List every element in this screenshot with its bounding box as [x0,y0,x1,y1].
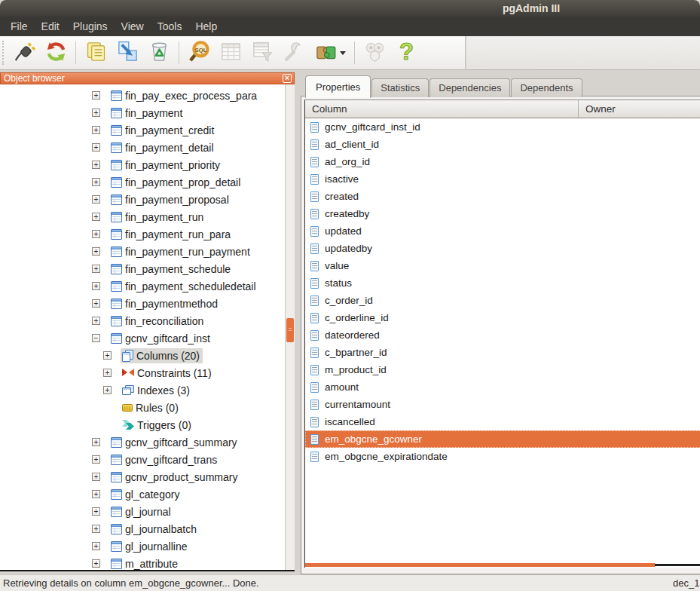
tree-item-fin-payment-run[interactable]: +fin_payment_run [0,208,295,225]
tree-item-content[interactable]: fin_payment_detail [109,140,217,155]
expand-icon[interactable]: + [92,161,100,169]
column-row-status[interactable]: status [305,274,700,292]
tab-statistics[interactable]: Statistics [371,78,429,97]
tab-dependents[interactable]: Dependents [511,78,582,97]
column-row-em_obgcne_expirationdate[interactable]: em_obgcne_expirationdate [305,448,700,465]
toolbar-grip-handle[interactable] [2,41,4,65]
tree-item-fin-payment-run-para[interactable]: +fin_payment_run_para [0,225,295,243]
tree-item-columns-20[interactable]: +Columns (20) [0,347,295,364]
column-row-c_bpartner_id[interactable]: c_bpartner_id [305,344,700,361]
tree-item-fin-payment-proposal[interactable]: +fin_payment_proposal [0,191,295,208]
list-header-column[interactable]: Column [305,100,579,118]
list-header-owner[interactable]: Owner [579,100,700,118]
tree-item-gl-category[interactable]: +gl_category [0,485,295,503]
hscroll-thumb[interactable] [305,563,655,567]
tree-item-content[interactable]: fin_payment_scheduledetail [109,279,259,294]
expand-icon[interactable]: + [92,507,100,516]
menu-edit[interactable]: Edit [35,17,66,35]
column-row-c_order_id[interactable]: c_order_id [305,292,700,309]
tree-item-content[interactable]: gcnv_product_summary [109,470,240,485]
tree-item-content[interactable]: fin_payment_run_para [109,227,234,242]
tree-item-content[interactable]: fin_payment_run_payment [109,244,253,259]
view-data-button[interactable] [215,38,246,68]
close-icon[interactable]: × [283,74,292,83]
tree-item-fin-payment[interactable]: +fin_payment [0,104,295,121]
tree-item-fin-pay-exec-process-para[interactable]: +fin_pay_exec_process_para [0,87,295,104]
column-row-updatedby[interactable]: updatedby [305,240,700,257]
help-button[interactable]: ? [390,38,422,68]
sql-window-button[interactable] [112,38,143,68]
list-horizontal-scrollbar[interactable] [305,563,700,568]
expand-icon[interactable]: + [92,490,100,498]
expand-icon[interactable]: + [92,230,100,238]
expand-icon[interactable]: + [92,126,100,134]
tree-item-fin-payment-prop-detail[interactable]: +fin_payment_prop_detail [0,173,295,191]
menu-help[interactable]: Help [188,17,224,35]
column-row-currentamount[interactable]: currentamount [305,396,700,413]
connect-button[interactable] [8,38,40,68]
tree-item-content[interactable]: fin_pay_exec_process_para [109,88,260,103]
expand-icon[interactable]: + [92,455,100,464]
tree-item-content[interactable]: fin_payment [109,106,185,121]
menu-view[interactable]: View [115,17,151,35]
expand-icon[interactable]: + [103,351,112,360]
menu-tools[interactable]: Tools [151,17,189,35]
titlebar[interactable]: pgAdmin III [0,0,700,17]
tree-item-content[interactable]: fin_payment_proposal [109,192,232,207]
tree-item-content[interactable]: fin_paymentmethod [109,296,221,311]
column-row-em_obgcne_gcowner[interactable]: em_obgcne_gcowner [305,430,700,448]
tree-item-content[interactable]: gl_journalline [109,539,191,554]
execute-sql-button[interactable]: SQL [183,38,215,68]
column-row-m_product_id[interactable]: m_product_id [305,361,700,378]
column-row-value[interactable]: value [305,257,700,274]
tree-item-content[interactable]: Indexes (3) [121,383,193,398]
menu-plugins[interactable]: Plugins [66,17,115,35]
expand-icon[interactable]: + [92,178,100,186]
collapse-icon[interactable]: − [92,334,100,342]
column-row-amount[interactable]: amount [305,378,700,396]
menu-file[interactable]: File [4,17,35,35]
tree-item-content[interactable]: gcnv_giftcard_inst [109,331,213,346]
column-row-gcnv_giftcard_inst_id[interactable]: gcnv_giftcard_inst_id [305,118,700,136]
tree-item-gcnv-product-summary[interactable]: +gcnv_product_summary [0,468,295,485]
tree-item-fin-payment-run-payment[interactable]: +fin_payment_run_payment [0,243,295,260]
tree-item-gcnv-giftcard-summary[interactable]: +gcnv_giftcard_summary [0,433,295,451]
tree-item-content[interactable]: gl_category [109,487,182,502]
tree-item-fin-reconciliation[interactable]: +fin_reconciliation [0,312,295,329]
tree-item-content[interactable]: fin_reconciliation [109,314,206,329]
tree-item-indexes-3[interactable]: +Indexes (3) [0,381,295,399]
expand-icon[interactable]: + [92,525,100,533]
tree-item-m-attribute[interactable]: +m_attribute [0,555,295,571]
tree-scrollbar-thumb[interactable] [286,318,294,342]
tree-item-content[interactable]: gl_journal [109,504,174,519]
tree-item-content[interactable]: Constraints (11) [121,366,215,381]
column-row-updated[interactable]: updated [305,222,700,240]
properties-button[interactable] [80,38,112,68]
tree-item-fin-payment-priority[interactable]: +fin_payment_priority [0,156,295,173]
expand-icon[interactable]: + [92,438,100,446]
column-row-createdby[interactable]: createdby [305,205,700,222]
column-row-c_orderline_id[interactable]: c_orderline_id [305,309,700,326]
column-row-iscancelled[interactable]: iscancelled [305,413,700,430]
tab-properties[interactable]: Properties [305,75,371,98]
tree-item-content[interactable]: gcnv_giftcard_summary [109,435,240,450]
tree-item-content[interactable]: gl_journalbatch [109,522,200,537]
tree-item-content[interactable]: fin_payment_prop_detail [109,175,243,190]
expand-icon[interactable]: + [92,195,100,204]
tree-item-content[interactable]: Triggers (0) [121,418,194,433]
expand-icon[interactable]: + [92,91,100,100]
column-row-dateordered[interactable]: dateordered [305,326,700,344]
expand-icon[interactable]: + [92,265,100,273]
tree-item-fin-payment-scheduledetail[interactable]: +fin_payment_scheduledetail [0,277,295,295]
tree-item-constraints-11[interactable]: +Constraints (11) [0,364,295,381]
column-row-ad_org_id[interactable]: ad_org_id [305,153,700,170]
tree-item-gl-journalline[interactable]: +gl_journalline [0,537,295,555]
hint-button[interactable] [359,38,390,68]
tree-item-rules-0[interactable]: Rules (0) [0,399,295,416]
column-row-created[interactable]: created [305,188,700,205]
tab-dependencies[interactable]: Dependencies [429,78,510,97]
tree-item-gl-journal[interactable]: +gl_journal [0,503,295,520]
expand-icon[interactable]: + [92,213,100,221]
tree-item-content[interactable]: gcnv_giftcard_trans [109,452,220,467]
tree-item-content[interactable]: Columns (20) [121,348,203,363]
